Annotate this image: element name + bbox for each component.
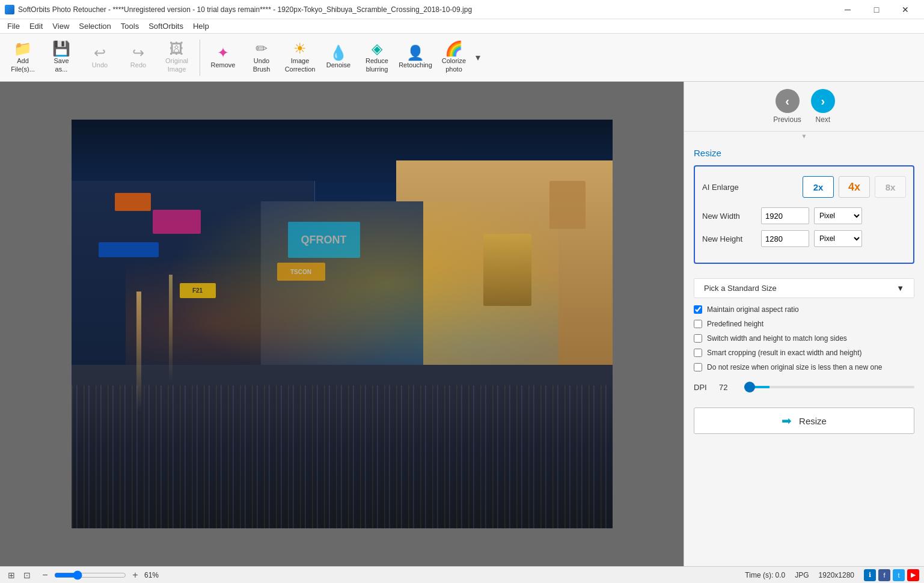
ai-enlarge-label: AI Enlarge xyxy=(702,183,739,192)
info-icon[interactable]: ℹ xyxy=(864,569,876,581)
menu-bar: File Edit View Selection Tools SoftOrbit… xyxy=(0,19,924,34)
dropdown-chevron-icon: ▼ xyxy=(896,284,904,293)
title-bar: SoftOrbits Photo Retoucher - ****Unregis… xyxy=(0,0,924,19)
twitter-icon[interactable]: t xyxy=(893,569,905,581)
undo-icon: ↩ xyxy=(94,46,106,60)
new-height-label: New Height xyxy=(702,234,756,243)
menu-view[interactable]: View xyxy=(47,20,74,32)
smart-cropping-checkbox[interactable] xyxy=(694,349,702,357)
zoom-slider[interactable] xyxy=(54,570,126,580)
menu-selection[interactable]: Selection xyxy=(74,20,115,32)
scale-2x-button[interactable]: 2x xyxy=(803,176,834,198)
facebook-icon[interactable]: f xyxy=(878,569,890,581)
no-resize-smaller-label[interactable]: Do not resize when original size is less… xyxy=(707,363,883,371)
zoom-out-button[interactable]: − xyxy=(38,569,52,582)
ai-enlarge-box: AI Enlarge 2x 4x 8x New Width Pixel Perc… xyxy=(694,165,914,264)
scale-8x-button[interactable]: 8x xyxy=(875,176,906,198)
status-left: ⊞ ⊡ − + 61% xyxy=(5,569,740,582)
redo-icon: ↪ xyxy=(132,46,144,60)
menu-softorbits[interactable]: SoftOrbits xyxy=(144,20,188,32)
scale-buttons: 2x 4x 8x xyxy=(803,176,906,198)
dpi-label: DPI xyxy=(694,383,712,392)
remove-button[interactable]: ✦ Remove xyxy=(205,37,241,79)
zoom-in-button[interactable]: + xyxy=(129,569,142,582)
colorize-icon: 🌈 xyxy=(445,41,463,56)
close-button[interactable]: ✕ xyxy=(892,0,919,19)
zoom-percentage: 61% xyxy=(144,571,166,579)
maximize-button[interactable]: □ xyxy=(863,0,890,19)
image-correction-icon: ☀ xyxy=(293,41,307,56)
denoise-button[interactable]: 💧 Denoise xyxy=(320,37,356,79)
image-canvas: QFRONT TSCON F21 xyxy=(72,120,613,528)
resize-button[interactable]: ➡ Resize xyxy=(694,407,914,434)
width-unit-select[interactable]: Pixel Percent xyxy=(814,207,862,224)
height-row: New Height Pixel Percent xyxy=(702,230,906,247)
prev-arrow-icon: ‹ xyxy=(785,94,789,108)
undo-button[interactable]: ↩ Undo xyxy=(82,37,118,79)
height-unit-select[interactable]: Pixel Percent xyxy=(814,230,862,247)
resize-title: Resize xyxy=(694,148,914,158)
menu-help[interactable]: Help xyxy=(188,20,214,32)
standard-size-dropdown[interactable]: Pick a Standard Size ▼ xyxy=(694,278,914,298)
fit-view-button[interactable]: ⊞ xyxy=(5,569,18,582)
time-display: Time (s): 0.0 xyxy=(745,571,785,579)
next-label: Next xyxy=(816,115,831,124)
menu-edit[interactable]: Edit xyxy=(25,20,47,32)
switch-width-height-row: Switch width and height to match long si… xyxy=(694,334,914,343)
smart-cropping-label[interactable]: Smart cropping (result in exact width an… xyxy=(707,349,861,357)
dpi-row: DPI 72 xyxy=(684,374,924,400)
maintain-aspect-row: Maintain original aspect ratio xyxy=(694,305,914,314)
app-icon xyxy=(5,5,14,14)
no-resize-smaller-row: Do not resize when original size is less… xyxy=(694,363,914,371)
toolbar: 📁 Add File(s)... 💾 Save as... ↩ Undo ↪ R… xyxy=(0,34,924,82)
width-row: New Width Pixel Percent xyxy=(702,207,906,224)
predefined-height-checkbox[interactable] xyxy=(694,320,702,328)
add-files-button[interactable]: 📁 Add File(s)... xyxy=(5,37,41,79)
zoom-controls: − + 61% xyxy=(38,569,166,582)
original-image-button[interactable]: 🖼 Original Image xyxy=(159,37,195,79)
previous-button[interactable]: ‹ xyxy=(776,89,800,113)
youtube-icon[interactable]: ▶ xyxy=(907,569,919,581)
height-input[interactable] xyxy=(761,230,809,247)
denoise-icon: 💧 xyxy=(329,46,347,60)
menu-tools[interactable]: Tools xyxy=(116,20,144,32)
reduce-blurring-button[interactable]: ◈ Reduce blurring xyxy=(359,37,395,79)
window-title: SoftOrbits Photo Retoucher - ****Unregis… xyxy=(18,5,472,14)
original-image-icon: 🖼 xyxy=(170,41,184,56)
maintain-aspect-checkbox[interactable] xyxy=(694,305,702,314)
status-right: Time (s): 0.0 JPG 1920x1280 ℹ f t ▶ xyxy=(745,569,919,581)
predefined-height-label[interactable]: Predefined height xyxy=(707,320,763,328)
save-as-button[interactable]: 💾 Save as... xyxy=(43,37,79,79)
dpi-slider-container xyxy=(744,381,914,393)
retouching-button[interactable]: 👤 Retouching xyxy=(397,37,433,79)
actual-size-button[interactable]: ⊡ xyxy=(20,569,34,582)
width-input[interactable] xyxy=(761,207,809,224)
undo-brush-button[interactable]: ✏ Undo Brush xyxy=(243,37,280,79)
menu-file[interactable]: File xyxy=(2,20,25,32)
switch-width-height-label[interactable]: Switch width and height to match long si… xyxy=(707,334,847,343)
reduce-blurring-icon: ◈ xyxy=(372,41,382,56)
next-button[interactable]: › xyxy=(811,89,835,113)
canvas-area[interactable]: QFRONT TSCON F21 xyxy=(0,82,684,566)
switch-width-height-checkbox[interactable] xyxy=(694,334,702,343)
format-display: JPG xyxy=(795,571,809,579)
resize-button-row: ➡ Resize xyxy=(684,400,924,441)
std-size-label: Pick a Standard Size xyxy=(704,284,777,293)
colorize-button[interactable]: 🌈 Colorize photo xyxy=(436,37,472,79)
status-bar: ⊞ ⊡ − + 61% Time (s): 0.0 JPG 1920x1280 … xyxy=(0,566,924,583)
dpi-slider[interactable] xyxy=(744,386,914,388)
social-icons: ℹ f t ▶ xyxy=(864,569,919,581)
toolbar-separator-1 xyxy=(200,40,200,76)
scale-4x-button[interactable]: 4x xyxy=(839,176,870,198)
no-resize-smaller-checkbox[interactable] xyxy=(694,363,702,371)
resize-section: Resize AI Enlarge 2x 4x 8x New Width xyxy=(684,141,924,278)
next-nav-pair: › Next xyxy=(811,89,835,124)
undo-brush-icon: ✏ xyxy=(255,41,268,56)
image-correction-button[interactable]: ☀ Image Correction xyxy=(282,37,318,79)
new-width-label: New Width xyxy=(702,212,756,221)
minimize-button[interactable]: ─ xyxy=(834,0,861,19)
previous-label: Previous xyxy=(773,115,801,124)
redo-button[interactable]: ↪ Redo xyxy=(120,37,156,79)
maintain-aspect-label[interactable]: Maintain original aspect ratio xyxy=(707,305,799,314)
more-tools-icon[interactable]: ▾ xyxy=(476,52,480,63)
